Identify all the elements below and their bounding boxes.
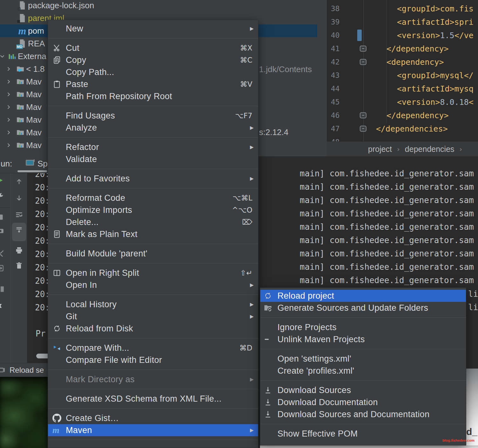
console-timestamp-fragment: 20:: [35, 236, 48, 246]
menu-item-unlink-maven-projects[interactable]: Unlink Maven Projects: [260, 333, 466, 345]
flag-icon[interactable]: [0, 303, 4, 312]
menu-item-copy[interactable]: Copy⌘C: [48, 54, 258, 66]
menu-item-add-to-favorites[interactable]: Add to Favorites▶: [48, 173, 258, 185]
window-layout-icon[interactable]: [0, 367, 6, 374]
console-log-line: main] com.fishedee.id_generator.sam: [300, 249, 474, 258]
menu-item-download-sources-and-documentation[interactable]: Download Sources and Documentation: [260, 408, 466, 420]
soft-wrap-icon[interactable]: [15, 211, 23, 220]
menu-item-maven[interactable]: mMaven▶: [48, 424, 258, 436]
menu-item-label: Create 'profiles.xml': [277, 366, 354, 376]
menu-item-validate[interactable]: Validate: [48, 153, 258, 165]
run-configuration-tab[interactable]: Sp: [38, 159, 48, 169]
menu-item-new[interactable]: New▶: [48, 23, 258, 35]
submenu-arrow-icon: ▶: [250, 26, 254, 31]
printer-icon[interactable]: [15, 246, 23, 256]
fold-marker-icon[interactable]: −: [360, 112, 366, 119]
chevron-right-icon[interactable]: [4, 142, 13, 148]
editor-line[interactable]: 47−</dependencies>: [327, 122, 478, 135]
editor-line[interactable]: 42−<dependency>: [327, 55, 478, 69]
status-bar: Reload se: [0, 363, 48, 377]
chevron-right-icon[interactable]: [4, 129, 13, 136]
line-number: 39: [331, 18, 340, 26]
tree-item-label: Mav: [26, 77, 42, 87]
menu-item-ignore-projects[interactable]: Ignore Projects: [260, 321, 466, 333]
menu-item-generate-xsd-schema-from-xml-file[interactable]: Generate XSD Schema from XML File...: [48, 393, 258, 405]
menu-item-create-gist[interactable]: Create Gist…: [48, 412, 258, 424]
arrow-up-icon[interactable]: [15, 177, 23, 187]
menu-item-label: Unlink Maven Projects: [277, 335, 365, 344]
menu-item-refactor[interactable]: Refactor▶: [48, 141, 258, 153]
fold-marker-icon[interactable]: −: [360, 46, 366, 52]
square-icon[interactable]: [0, 213, 4, 223]
minus-icon: [263, 335, 277, 344]
menu-item-reformat-code[interactable]: Reformat Code⌥⌘L: [48, 192, 258, 204]
menu-item-cut[interactable]: Cut⌘X: [48, 42, 258, 54]
menu-item-open-in[interactable]: Open In▶: [48, 279, 258, 291]
menu-item-open-in-right-split[interactable]: Open in Right Split⇧↵: [48, 267, 258, 279]
menu-item-delete[interactable]: Delete...⌦: [48, 216, 258, 228]
console-timestamp-fragment: 20:: [35, 209, 48, 219]
menu-item-create-profiles-xml[interactable]: Create 'profiles.xml': [260, 365, 466, 377]
menu-item-download-sources[interactable]: Download Sources: [260, 384, 466, 396]
chevron-down-icon[interactable]: [0, 53, 7, 59]
menu-item-mark-as-plain-text[interactable]: Mark as Plain Text: [48, 228, 258, 240]
chevron-right-icon[interactable]: [4, 66, 13, 72]
menu-item-git[interactable]: Git▶: [48, 310, 258, 322]
breadcrumb-bar: project›dependencies›: [327, 141, 478, 156]
menu-item-find-usages[interactable]: Find Usages⌥F7: [48, 110, 258, 122]
chevron-right-icon[interactable]: [4, 78, 13, 85]
menu-item-copy-path[interactable]: Copy Path...: [48, 66, 258, 78]
trash-icon[interactable]: [15, 261, 23, 271]
chevron-right-icon[interactable]: [4, 117, 13, 123]
editor-line[interactable]: 45<version>8.0.18<: [327, 95, 478, 109]
menu-item-label: Find Usages: [66, 111, 115, 121]
code-text: </dependencies>: [376, 124, 448, 133]
menu-item-download-documentation[interactable]: Download Documentation: [260, 396, 466, 408]
console-timestamp-fragment: 20:: [35, 263, 48, 272]
breadcrumb-item-dependencies[interactable]: dependencies: [405, 145, 454, 154]
tree-item-package-lock-json[interactable]: {}package-lock.json: [0, 0, 317, 12]
fold-marker-icon[interactable]: −: [360, 126, 366, 132]
download-icon: [263, 410, 277, 419]
fold-marker-icon[interactable]: −: [360, 59, 366, 65]
menu-item-reload-from-disk[interactable]: Reload from Disk: [48, 322, 258, 335]
download-icon: [263, 386, 277, 395]
editor-panel[interactable]: 38<groupId>com.fis39<artifactId>spri40<v…: [327, 0, 478, 141]
hammers-icon[interactable]: [0, 249, 4, 259]
box-arrow-icon[interactable]: [0, 264, 4, 274]
editor-line[interactable]: 44<artifactId>mysq: [327, 82, 478, 95]
scroll-end-icon[interactable]: [15, 226, 23, 235]
play-icon[interactable]: [0, 176, 4, 186]
editor-line[interactable]: 40<version>1.5</ve: [327, 29, 478, 42]
wrench-icon[interactable]: [0, 192, 4, 202]
menu-item-paste[interactable]: Paste⌘V: [48, 78, 258, 90]
tree-item-label: Mav: [26, 140, 42, 150]
menu-item-optimize-imports[interactable]: Optimize Imports^⌥O: [48, 204, 258, 216]
editor-line[interactable]: 41−</dependency>: [327, 42, 478, 55]
layout-icon[interactable]: [0, 285, 4, 295]
menu-item-open-settings-xml[interactable]: Open 'settings.xml': [260, 353, 466, 365]
chevron-right-icon[interactable]: [4, 91, 13, 98]
menu-item-show-effective-pom[interactable]: Show Effective POM: [260, 428, 466, 440]
menu-item-path-from-repository-root[interactable]: Path From Repository Root: [48, 90, 258, 102]
camera-icon[interactable]: [0, 227, 4, 236]
menu-shortcut: ⌥⌘L: [233, 194, 254, 202]
editor-line[interactable]: 48: [327, 135, 478, 141]
menu-item-compare-with[interactable]: Compare With...⌘D: [48, 342, 258, 354]
breadcrumb-item-project[interactable]: project: [368, 145, 392, 154]
menu-item-compare-file-with-editor[interactable]: Compare File with Editor: [48, 354, 258, 366]
menu-item-reload-project[interactable]: Reload project: [260, 290, 466, 302]
desktop-wallpaper: [0, 377, 48, 448]
line-number: 47: [331, 125, 340, 133]
menu-item-build-module-parent[interactable]: Build Module 'parent': [48, 248, 258, 260]
menu-item-analyze[interactable]: Analyze▶: [48, 122, 258, 134]
editor-line[interactable]: 39<artifactId>spri: [327, 15, 478, 29]
arrow-down-icon[interactable]: [15, 194, 23, 204]
editor-line[interactable]: 46−</dependency>: [327, 109, 478, 122]
menu-item-local-history[interactable]: Local History▶: [48, 298, 258, 310]
menu-item-generate-sources-and-update-folders[interactable]: Generate Sources and Update Folders: [260, 302, 466, 314]
editor-line[interactable]: 38<groupId>com.fis: [327, 2, 478, 15]
chevron-right-icon[interactable]: [4, 104, 13, 110]
console-log-line: main] com.fishedee.id_generator.sam: [300, 209, 474, 218]
editor-line[interactable]: 43<groupId>mysql</: [327, 69, 478, 82]
